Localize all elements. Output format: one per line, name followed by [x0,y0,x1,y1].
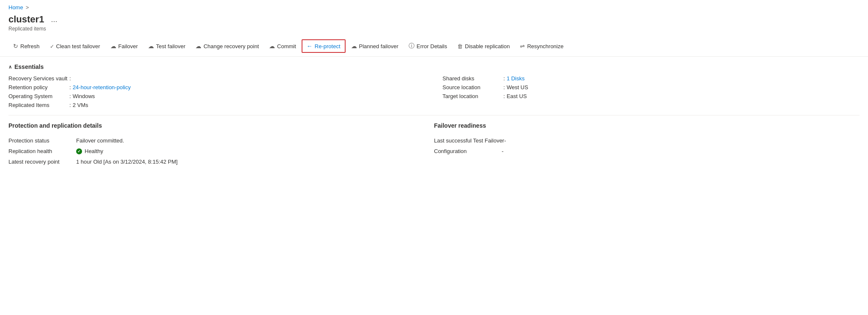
cloud-up-icon-commit [269,43,275,49]
failover-readiness-title: Failover readiness [434,122,860,129]
refresh-icon [13,43,18,49]
content-area: ∧ Essentials Recovery Services vault : R… [0,57,868,172]
planned-failover-button[interactable]: Planned failover [346,40,403,52]
source-location-value: West US [507,84,528,90]
replicated-items-value: 2 VMs [73,102,88,108]
breadcrumb: Home > [0,0,868,12]
health-badge: Healthy [76,148,103,154]
essentials-grid: Recovery Services vault : Retention poli… [8,75,860,108]
shared-disks-value[interactable]: 1 Disks [507,75,525,82]
detail-row-latest-recovery-point: Latest recovery point 1 hour Old [As on … [8,159,434,165]
field-row-target-location: Target location : East US [442,93,860,99]
protection-status-value: Failover committed. [76,137,124,144]
info-icon [409,42,415,50]
trash-icon [457,43,463,49]
disable-replication-button[interactable]: Disable replication [453,40,514,52]
re-protect-button[interactable]: Re-protect [302,39,346,53]
resynchronize-label: Resynchronize [527,43,563,49]
page-subtitle: Replicated items [8,26,860,32]
replication-health-value: Healthy [85,148,103,154]
shared-disks-label: Shared disks [442,75,502,82]
field-row-replicated-items: Replicated Items : 2 VMs [8,102,434,108]
essentials-right: Shared disks : 1 Disks Source location :… [434,75,860,108]
failover-label: Failover [118,43,138,49]
detail-row-protection-status: Protection status Failover committed. [8,137,434,144]
page-title: cluster1 [8,14,44,25]
os-value: Windows [73,93,95,99]
disable-replication-label: Disable replication [465,43,510,49]
target-location-label: Target location [442,93,502,99]
test-failover-button[interactable]: Test failover [143,40,190,52]
target-location-value: East US [507,93,527,99]
latest-recovery-point-value: 1 hour Old [As on 3/12/2024, 8:15:42 PM] [76,159,178,165]
detail-row-configuration: Configuration - [434,148,860,154]
failover-button[interactable]: Failover [106,40,143,52]
essentials-left: Recovery Services vault : Retention poli… [8,75,434,108]
cloud-up-icon-test-failover [148,43,154,49]
section-divider [8,115,860,115]
protection-details-title: Protection and replication details [8,122,434,129]
replication-health-label: Replication health [8,148,76,154]
detail-row-replication-health: Replication health Healthy [8,148,434,154]
arrow-back-icon [307,43,313,49]
error-details-label: Error Details [417,43,447,49]
ellipsis-button[interactable]: ... [48,14,60,25]
commit-button[interactable]: Commit [264,40,301,52]
change-recovery-point-button[interactable]: Change recovery point [191,40,264,52]
cloud-up-icon-planned [351,43,357,49]
protection-details-section: Protection and replication details Prote… [8,122,434,165]
field-row-shared-disks: Shared disks : 1 Disks [442,75,860,82]
re-protect-label: Re-protect [315,43,341,49]
health-dot-icon [76,148,82,154]
failover-readiness-section: Failover readiness Last successful Test … [434,122,860,165]
test-failover-label: Test failover [156,43,185,49]
breadcrumb-separator: > [26,4,29,11]
details-grid: Protection and replication details Prote… [8,122,860,165]
cloud-up-icon-failover [110,43,116,49]
toolbar: Refresh Clean test failover Failover Tes… [0,36,868,57]
retention-policy-value[interactable]: 24-hour-retention-policy [73,84,131,90]
detail-row-last-test-failover: Last successful Test Failover - [434,137,860,144]
essentials-label: Essentials [14,63,44,70]
configuration-value: - [502,148,503,154]
clean-test-failover-label: Clean test failover [56,43,100,49]
last-test-failover-label: Last successful Test Failover [434,137,504,144]
error-details-button[interactable]: Error Details [404,39,452,53]
change-recovery-point-label: Change recovery point [203,43,259,49]
clean-test-failover-button[interactable]: Clean test failover [45,40,105,52]
planned-failover-label: Planned failover [359,43,398,49]
retention-policy-label: Retention policy [8,84,68,90]
source-location-label: Source location [442,84,502,90]
commit-label: Commit [277,43,296,49]
essentials-section-header[interactable]: ∧ Essentials [8,63,860,70]
check-icon [50,43,54,49]
chevron-icon: ∧ [8,64,12,70]
configuration-label: Configuration [434,148,502,154]
breadcrumb-home[interactable]: Home [8,4,23,11]
latest-recovery-point-label: Latest recovery point [8,159,76,165]
field-row-os: Operating System : Windows [8,93,434,99]
last-test-failover-value: - [504,137,506,144]
refresh-button[interactable]: Refresh [8,40,44,52]
protection-status-label: Protection status [8,137,76,144]
recovery-vault-label: Recovery Services vault [8,75,68,82]
field-row-retention-policy: Retention policy : 24-hour-retention-pol… [8,84,434,90]
field-row-recovery-vault: Recovery Services vault : [8,75,434,82]
cloud-up-icon-change-recovery [195,43,201,49]
page-header: cluster1 ... Replicated items [0,12,868,36]
replicated-items-label: Replicated Items [8,102,68,108]
resynchronize-button[interactable]: Resynchronize [515,40,568,52]
arrows-icon [520,43,525,49]
os-label: Operating System [8,93,68,99]
refresh-label: Refresh [20,43,40,49]
field-row-source-location: Source location : West US [442,84,860,90]
